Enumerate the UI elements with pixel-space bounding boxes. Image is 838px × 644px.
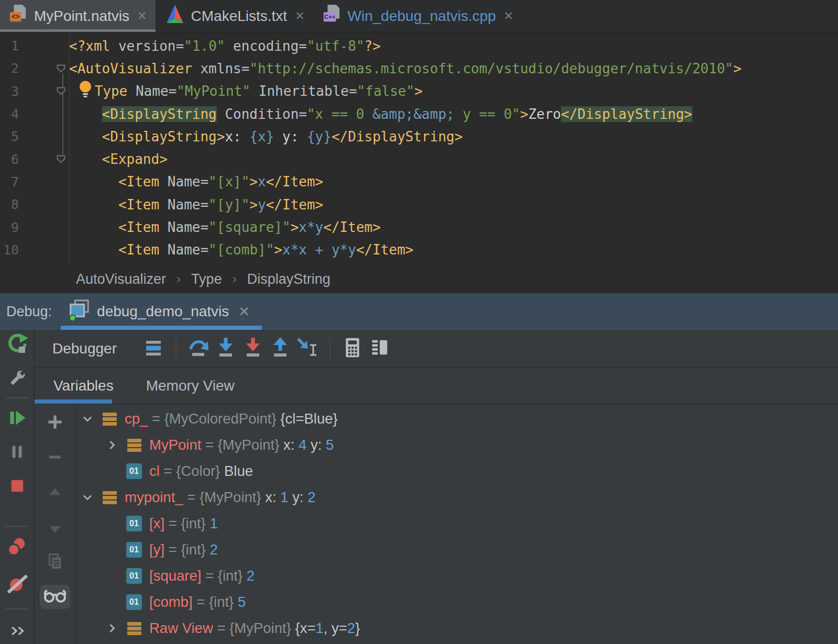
code-line[interactable]: 10<Item Name="[comb]">x*x + y*y</Item>	[0, 239, 838, 261]
breadcrumb-separator-icon: ›	[177, 272, 181, 286]
force-step-into-button[interactable]	[239, 335, 267, 362]
variable-type: {MyPoint}	[200, 489, 265, 506]
fold-gutter	[19, 80, 69, 103]
variable-value: 5	[326, 437, 334, 453]
code-token: &amp;&amp;	[372, 106, 455, 122]
mute-breakpoints-button[interactable]	[6, 573, 28, 597]
add-watch-button[interactable]	[46, 413, 64, 434]
code-line[interactable]: 3Type Name="MyPoint" Inheritable="false"…	[0, 80, 838, 103]
move-down-button[interactable]	[46, 520, 64, 541]
equals-sign: =	[193, 594, 209, 610]
chevron-right-icon[interactable]	[105, 621, 119, 636]
step-over-button[interactable]	[185, 335, 212, 362]
code-text: <Item Name="[y]">y</Item>	[69, 197, 323, 213]
duplicate-button[interactable]	[45, 552, 65, 574]
code-line[interactable]: 6<Expand>	[0, 148, 838, 170]
show-execution-point-button[interactable]	[140, 335, 167, 362]
code-token: Name	[127, 83, 168, 99]
code-line[interactable]: 7<Item Name="[x]">x</Item>	[0, 171, 838, 193]
svg-text:C++: C++	[324, 14, 336, 20]
resume-button[interactable]	[7, 407, 28, 430]
tab-memory-view[interactable]: Memory View	[146, 377, 235, 394]
variable-row-x[interactable]: 01[x] = {int} 1	[76, 510, 838, 537]
variable-row-square[interactable]: 01[square] = {int} 2	[76, 563, 838, 589]
chevron-down-icon[interactable]	[80, 490, 95, 505]
code-editor[interactable]: 1<?xml version="1.0" encoding="utf-8"?>2…	[0, 32, 838, 264]
close-icon[interactable]: ✕	[295, 9, 304, 23]
code-line[interactable]: 1<?xml version="1.0" encoding="utf-8"?>	[0, 35, 838, 57]
run-to-cursor-button[interactable]	[294, 335, 321, 362]
variable-type: {MyColoredPoint}	[164, 410, 281, 427]
fold-gutter	[19, 57, 69, 80]
variable-row-mypoint[interactable]: mypoint_ = {MyPoint} x: 1 y: 2	[76, 484, 838, 510]
show-watches-button[interactable]	[40, 585, 70, 609]
code-line[interactable]: 4<DisplayString Condition="x == 0 &amp;&…	[0, 103, 838, 125]
close-icon[interactable]: ✕	[504, 9, 513, 23]
more-button[interactable]	[7, 623, 28, 641]
equals-sign: =	[164, 541, 181, 558]
debugger-view-tabs: VariablesMemory View	[35, 368, 838, 404]
view-breakpoints-button[interactable]	[6, 536, 28, 560]
step-out-button[interactable]	[267, 335, 294, 362]
variable-value: y:	[289, 489, 308, 506]
variable-name: mypoint_	[125, 489, 183, 506]
variable-row-y[interactable]: 01[y] = {int} 2	[76, 537, 838, 563]
code-token: "[y]"	[208, 197, 249, 213]
step-over-icon	[187, 336, 210, 361]
step-into-button[interactable]	[212, 335, 239, 362]
tab-variables[interactable]: Variables	[53, 377, 114, 394]
stop-icon	[7, 488, 27, 497]
move-up-button[interactable]	[46, 483, 64, 504]
editor-tab-CMakeLists.txt[interactable]: CMakeLists.txt✕	[156, 0, 314, 32]
equals-sign: =	[148, 410, 164, 427]
variable-value: 1	[315, 620, 323, 637]
fold-gutter	[19, 171, 69, 193]
equals-sign: =	[183, 489, 200, 506]
equals-sign: =	[213, 620, 229, 637]
close-icon[interactable]: ✕	[137, 9, 147, 23]
intention-bulb-icon[interactable]	[78, 80, 93, 103]
variable-row-cl[interactable]: 01cl = {Color} Blue	[76, 458, 838, 484]
code-token: </Item>	[323, 219, 381, 235]
debug-app-icon	[68, 298, 91, 326]
layout-settings-button[interactable]	[366, 335, 393, 362]
natvis-file-icon: <>	[8, 4, 28, 28]
remove-watch-button[interactable]	[46, 448, 64, 469]
debug-left-toolbar	[0, 330, 35, 644]
code-line[interactable]: 9<Item Name="[square]">x*y</Item>	[0, 216, 838, 238]
step-out-icon	[269, 336, 292, 361]
settings-wrench-button[interactable]	[7, 368, 28, 391]
evaluate-expression-button[interactable]	[339, 335, 366, 362]
variable-row-mypoint[interactable]: MyPoint = {MyPoint} x: 4 y: 5	[76, 432, 838, 458]
editor-tab-Win_debug_natvis.cpp[interactable]: C++Win_debug_natvis.cpp✕	[314, 0, 523, 32]
code-line[interactable]: 5<DisplayString>x: {x} y: {y}</DisplaySt…	[0, 125, 838, 148]
fold-gutter	[19, 193, 69, 216]
pause-button[interactable]	[7, 442, 27, 464]
breadcrumb-item-DisplayString[interactable]: DisplayString	[247, 271, 330, 287]
debug-session-tab[interactable]: debug_demo_natvis ✕	[68, 298, 250, 326]
fold-gutter	[19, 125, 69, 148]
show-execution-point-icon	[142, 336, 165, 361]
variable-row-comb[interactable]: 01[comb] = {int} 5	[76, 589, 838, 615]
variables-tab-underline	[35, 399, 112, 404]
breadcrumb-item-Type[interactable]: Type	[191, 271, 222, 287]
resume-icon	[7, 421, 28, 430]
variable-row-rawview[interactable]: Raw View = {MyPoint} {x=1, y=2}	[76, 615, 838, 641]
code-line[interactable]: 8<Item Name="[y]">y</Item>	[0, 193, 838, 216]
code-token: =	[176, 38, 184, 54]
stop-button[interactable]	[7, 476, 27, 498]
editor-tab-MyPoint.natvis[interactable]: <>MyPoint.natvis✕	[0, 0, 156, 32]
code-line[interactable]: 2<AutoVisualizer xmlns="http://schemas.m…	[0, 57, 838, 80]
step-into-icon	[214, 336, 237, 361]
rerun-button[interactable]	[6, 333, 29, 358]
variable-row-cp[interactable]: cp_ = {MyColoredPoint} {cl=Blue}	[76, 406, 838, 432]
close-icon[interactable]: ✕	[238, 304, 250, 320]
chevron-right-icon[interactable]	[105, 438, 119, 452]
variable-value: 2	[247, 568, 255, 584]
breadcrumb-item-AutoVisualizer[interactable]: AutoVisualizer	[76, 271, 166, 287]
code-token: >	[520, 106, 528, 122]
code-token: Condition	[217, 106, 299, 122]
chevron-down-icon[interactable]	[80, 412, 95, 426]
line-number: 8	[0, 197, 19, 212]
struct-icon	[126, 437, 142, 453]
